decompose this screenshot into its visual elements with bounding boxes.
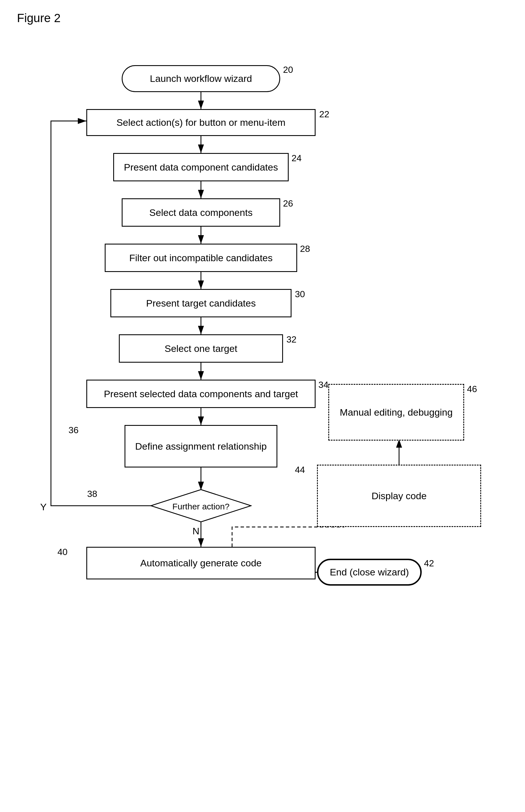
select-target-node: Select one target — [119, 334, 283, 363]
end-node: End (close wizard) — [317, 559, 422, 585]
ref-30: 30 — [295, 289, 305, 300]
ref-38: 38 — [87, 489, 97, 499]
present-data-node: Present data component candidates — [113, 153, 289, 181]
ref-22: 22 — [319, 109, 329, 119]
ref-24: 24 — [291, 153, 302, 163]
ref-44: 44 — [295, 465, 305, 475]
n-label: N — [193, 525, 199, 537]
present-selected-node: Present selected data components and tar… — [86, 380, 316, 408]
ref-32: 32 — [286, 334, 297, 345]
launch-node: Launch workflow wizard — [122, 65, 280, 92]
svg-text:Further action?: Further action? — [172, 502, 229, 511]
select-data-node: Select data components — [122, 198, 280, 227]
y-label: Y — [40, 502, 47, 512]
define-assignment-node: Define assignment relationship — [124, 425, 278, 467]
present-target-node: Present target candidates — [110, 289, 291, 317]
page-title: Figure 2 — [17, 11, 61, 25]
ref-26: 26 — [283, 198, 293, 209]
auto-generate-node: Automatically generate code — [86, 547, 316, 579]
ref-20: 20 — [283, 64, 293, 75]
ref-36: 36 — [69, 425, 79, 435]
display-code-node: Display code — [317, 465, 481, 527]
filter-node: Filter out incompatible candidates — [105, 244, 297, 272]
manual-editing-node: Manual editing, debugging — [328, 384, 464, 440]
ref-34: 34 — [318, 380, 329, 390]
ref-40: 40 — [58, 547, 68, 557]
ref-46: 46 — [467, 384, 477, 394]
ref-42: 42 — [424, 558, 434, 569]
select-actions-node: Select action(s) for button or menu-item — [86, 109, 316, 136]
ref-28: 28 — [300, 244, 310, 254]
further-action-node: Further action? — [150, 489, 252, 523]
